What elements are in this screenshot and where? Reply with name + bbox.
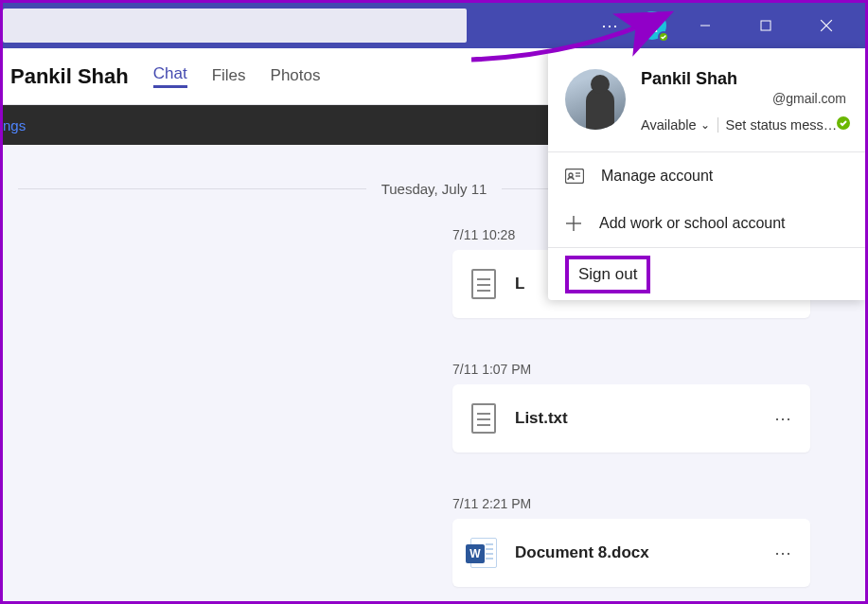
- sign-out-button[interactable]: Sign out: [565, 256, 650, 293]
- profile-avatar-button[interactable]: [638, 11, 666, 40]
- profile-photo[interactable]: [565, 69, 626, 130]
- window-minimize-button[interactable]: [683, 3, 727, 48]
- presence-available-icon: [835, 115, 852, 132]
- svg-rect-5: [566, 169, 584, 184]
- window-close-button[interactable]: [805, 3, 848, 48]
- file-name: Document 8.docx: [515, 543, 774, 562]
- message-block: 7/11 2:21 PM Document 8.docx ⋯: [452, 496, 810, 587]
- tab-files[interactable]: Files: [212, 66, 246, 87]
- manage-account-item[interactable]: Manage account: [548, 152, 865, 200]
- message-timestamp: 7/11 2:21 PM: [452, 496, 810, 511]
- vertical-divider: [717, 117, 718, 133]
- file-name: List.txt: [515, 409, 774, 428]
- status-selector[interactable]: Available ⌄: [641, 117, 710, 133]
- plus-icon: [565, 215, 582, 232]
- file-attachment-card[interactable]: Document 8.docx ⋯: [452, 519, 810, 587]
- banner-link[interactable]: ngs: [3, 117, 26, 133]
- title-bar: ⋯: [3, 3, 865, 48]
- tab-photos[interactable]: Photos: [271, 66, 321, 87]
- sign-out-row: Sign out: [548, 247, 865, 300]
- svg-point-0: [649, 21, 654, 26]
- svg-point-6: [569, 173, 573, 177]
- chat-title: Pankil Shah: [10, 64, 129, 89]
- profile-email: @gmail.com: [641, 91, 846, 106]
- profile-name: Pankil Shah: [641, 69, 846, 89]
- message-timestamp: 7/11 1:07 PM: [452, 362, 810, 377]
- file-more-button[interactable]: ⋯: [774, 408, 793, 429]
- file-attachment-card[interactable]: List.txt ⋯: [452, 384, 810, 453]
- tab-chat[interactable]: Chat: [153, 64, 187, 88]
- date-label: Tuesday, July 11: [366, 181, 503, 197]
- text-file-icon: [469, 401, 498, 435]
- presence-available-icon: [658, 31, 669, 43]
- file-more-button[interactable]: ⋯: [774, 542, 793, 563]
- search-input[interactable]: [3, 9, 467, 43]
- text-file-icon: [469, 267, 498, 301]
- svg-rect-2: [761, 21, 771, 30]
- more-options-button[interactable]: ⋯: [598, 15, 621, 36]
- profile-menu-panel: Pankil Shah @gmail.com Available ⌄ Set s…: [548, 48, 865, 300]
- menu-item-label: Manage account: [601, 168, 713, 185]
- message-block: 7/11 1:07 PM List.txt ⋯: [452, 362, 810, 453]
- chevron-down-icon: ⌄: [700, 118, 710, 132]
- id-card-icon: [565, 169, 584, 184]
- menu-item-label: Add work or school account: [599, 215, 786, 232]
- set-status-message-button[interactable]: Set status mess…: [726, 117, 838, 133]
- window-maximize-button[interactable]: [744, 3, 788, 48]
- person-icon: [645, 18, 660, 33]
- add-account-item[interactable]: Add work or school account: [548, 200, 865, 247]
- word-file-icon: [469, 536, 498, 570]
